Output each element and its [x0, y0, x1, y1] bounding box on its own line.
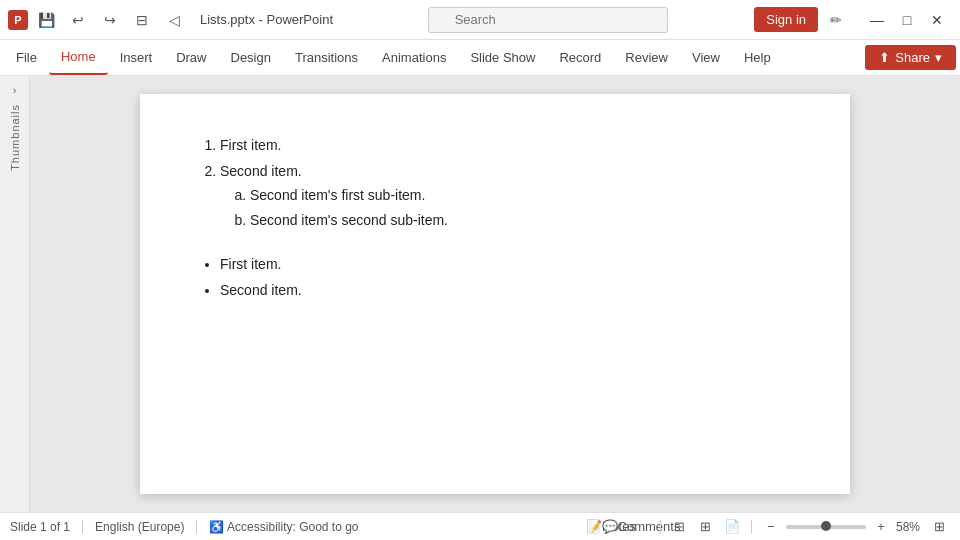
title-bar-left: P 💾 ↩ ↪ ⊟ ◁ Lists.pptx - PowerPoint: [8, 6, 341, 34]
share-button[interactable]: ⬆ Share ▾: [865, 45, 956, 70]
tab-home[interactable]: Home: [49, 40, 108, 75]
sign-in-button[interactable]: Sign in: [754, 7, 818, 32]
slide-sorter-button[interactable]: ⊞: [695, 516, 717, 538]
normal-view-button[interactable]: ⊟: [669, 516, 691, 538]
language-info: English (Europe): [95, 520, 184, 534]
autosave-button[interactable]: ◁: [160, 6, 188, 34]
main-area: › Thumbnails First item. Second item. Se…: [0, 76, 960, 512]
divider: [82, 520, 83, 534]
search-input[interactable]: [428, 7, 668, 33]
slide-info: Slide 1 of 1: [10, 520, 70, 534]
zoom-slider[interactable]: [786, 525, 866, 529]
status-bar: Slide 1 of 1 English (Europe) ♿ Accessib…: [0, 512, 960, 540]
close-button[interactable]: ✕: [922, 6, 952, 34]
accessibility-info[interactable]: ♿ Accessibility: Good to go: [209, 520, 358, 534]
divider: [660, 520, 661, 534]
list-item: Second item. Second item's first sub-ite…: [220, 160, 790, 233]
comments-icon: 💬: [602, 519, 618, 534]
fit-slide-button[interactable]: ⊞: [928, 516, 950, 538]
thumbnails-label: Thumbnails: [9, 104, 21, 171]
ribbon: File Home Insert Draw Design Transitions…: [0, 40, 960, 76]
minimize-button[interactable]: —: [862, 6, 892, 34]
thumbnails-toggle[interactable]: ›: [13, 84, 17, 96]
list-item: Second item's first sub-item.: [250, 184, 790, 208]
document-title: Lists.pptx - PowerPoint: [200, 12, 333, 27]
divider: [196, 520, 197, 534]
list-item: Second item's second sub-item.: [250, 209, 790, 233]
search-wrapper: 🔍: [428, 7, 668, 33]
tab-insert[interactable]: Insert: [108, 40, 165, 75]
tab-animations[interactable]: Animations: [370, 40, 458, 75]
tab-draw[interactable]: Draw: [164, 40, 218, 75]
thumbnails-panel: › Thumbnails: [0, 76, 30, 512]
status-bar-right: 📝 Notes 💬 Comments ⊟ ⊞ 📄 − + 58% ⊞: [600, 516, 950, 538]
zoom-in-button[interactable]: +: [870, 516, 892, 538]
tab-review[interactable]: Review: [613, 40, 680, 75]
ordered-list: First item. Second item. Second item's f…: [220, 134, 790, 233]
powerpoint-icon: P: [8, 10, 28, 30]
share-dropdown-icon: ▾: [935, 50, 942, 65]
reading-view-button[interactable]: 📄: [721, 516, 743, 538]
undo-button[interactable]: ↩: [64, 6, 92, 34]
share-label: Share: [895, 50, 930, 65]
save-button[interactable]: 💾: [32, 6, 60, 34]
notes-icon: 📝: [586, 519, 602, 534]
comments-button[interactable]: 💬 Comments: [630, 516, 652, 538]
tab-help[interactable]: Help: [732, 40, 783, 75]
redo-button[interactable]: ↪: [96, 6, 124, 34]
customize-button[interactable]: ⊟: [128, 6, 156, 34]
unordered-list: First item. Second item.: [220, 253, 790, 303]
search-bar: 🔍: [341, 7, 754, 33]
slide-content: First item. Second item. Second item's f…: [200, 134, 790, 305]
tab-slideshow[interactable]: Slide Show: [458, 40, 547, 75]
sub-ordered-list: Second item's first sub-item. Second ite…: [250, 184, 790, 234]
accessibility-label: Accessibility: Good to go: [227, 520, 358, 534]
title-bar-right: Sign in ✏ — □ ✕: [754, 6, 952, 34]
divider: [751, 520, 752, 534]
tab-record[interactable]: Record: [547, 40, 613, 75]
list-item: First item.: [220, 253, 790, 277]
slide-area[interactable]: First item. Second item. Second item's f…: [30, 76, 960, 512]
zoom-slider-thumb: [821, 521, 831, 531]
zoom-out-button[interactable]: −: [760, 516, 782, 538]
zoom-controls: − + 58%: [760, 516, 920, 538]
tab-transitions[interactable]: Transitions: [283, 40, 370, 75]
share-icon: ⬆: [879, 50, 890, 65]
accessibility-icon: ♿: [209, 520, 224, 534]
tab-view[interactable]: View: [680, 40, 732, 75]
title-bar: P 💾 ↩ ↪ ⊟ ◁ Lists.pptx - PowerPoint 🔍 Si…: [0, 0, 960, 40]
pen-tool-button[interactable]: ✏: [822, 6, 850, 34]
zoom-level: 58%: [896, 520, 920, 534]
tab-file[interactable]: File: [4, 40, 49, 75]
tab-design[interactable]: Design: [219, 40, 283, 75]
window-controls: — □ ✕: [862, 6, 952, 34]
list-item: First item.: [220, 134, 790, 158]
slide-canvas[interactable]: First item. Second item. Second item's f…: [140, 94, 850, 494]
maximize-button[interactable]: □: [892, 6, 922, 34]
view-icons: ⊟ ⊞ 📄: [669, 516, 743, 538]
list-item: Second item.: [220, 279, 790, 303]
